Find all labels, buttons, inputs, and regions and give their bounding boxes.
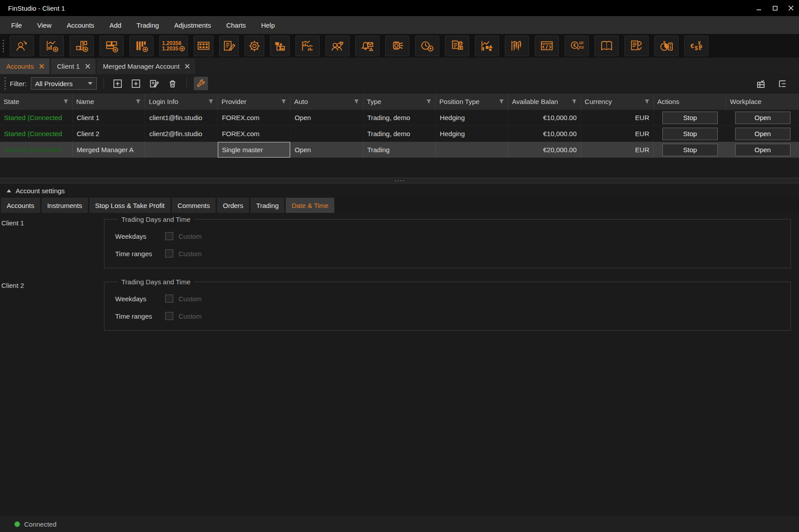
stop-button[interactable]: Stop	[662, 144, 718, 156]
cell-auto: Open	[291, 110, 363, 125]
tab-settings-trading[interactable]: Trading	[250, 198, 284, 213]
column-header-name[interactable]: Name	[73, 93, 146, 110]
alerts-icon[interactable]	[355, 36, 379, 56]
column-header-login-info[interactable]: Login Info	[145, 93, 218, 110]
title-bar: FinStudio - Client 1	[0, 0, 799, 16]
filter-funnel-icon[interactable]	[354, 99, 359, 104]
table-row-merged-manager-account[interactable]: Started (Connected Merged Manager A Sing…	[0, 142, 799, 158]
candlestick-chart-icon[interactable]	[505, 36, 529, 56]
tab-settings-instruments[interactable]: Instruments	[42, 198, 88, 213]
tab-settings-orders[interactable]: Orders	[217, 198, 249, 213]
algo-chip-icon[interactable]	[385, 36, 409, 56]
delete-account-icon[interactable]	[166, 77, 180, 90]
filter-funnel-icon[interactable]	[281, 99, 287, 104]
tab-merged-manager-account-close-icon[interactable]	[185, 64, 190, 69]
filter-toolbar-grip[interactable]	[4, 77, 6, 90]
column-header-workplace[interactable]: Workplace	[726, 93, 799, 110]
tab-settings-stop-loss-take-profit[interactable]: Stop Loss & Take Profit	[89, 198, 171, 213]
notes-edit-icon[interactable]	[219, 36, 239, 56]
journal-book-icon[interactable]	[595, 36, 619, 56]
table-row-client-2[interactable]: Started (Connected Client 2 client2@fin.…	[0, 126, 799, 142]
add-columns-icon[interactable]	[129, 36, 154, 56]
column-header-available-balance[interactable]: Available Balan	[508, 93, 581, 110]
portfolio-shapes-icon[interactable]	[475, 36, 499, 56]
stop-button[interactable]: Stop	[662, 128, 718, 140]
toolbar-grip[interactable]	[3, 40, 4, 52]
tab-merged-manager-account[interactable]: Merged Manager Account	[97, 58, 196, 74]
open-workplace-button[interactable]: Open	[735, 144, 791, 156]
cell-position-type: Hedging	[436, 126, 508, 141]
add-account-icon[interactable]	[111, 77, 125, 90]
timer-info-icon[interactable]	[654, 36, 678, 56]
menu-help[interactable]: Help	[254, 16, 283, 34]
edit-account-icon[interactable]	[147, 77, 162, 90]
add-workspace-icon[interactable]	[100, 36, 124, 56]
tab-client-1[interactable]: Client 1	[51, 58, 96, 74]
org-structure-icon[interactable]	[270, 36, 290, 56]
manage-columns-icon[interactable]	[753, 77, 768, 90]
settings-gear-icon[interactable]	[245, 36, 264, 56]
provider-filter-select[interactable]: All Providers	[31, 77, 97, 90]
column-header-currency[interactable]: Currency	[581, 93, 654, 110]
collapse-arrow-icon[interactable]	[7, 189, 11, 192]
trading-days-groupbox: Trading Days and Time Weekdays Custom Ti…	[104, 278, 791, 331]
column-header-actions[interactable]: Actions	[654, 93, 727, 110]
wrench-icon[interactable]	[194, 77, 208, 90]
time-ranges-custom-checkbox[interactable]	[165, 249, 173, 258]
search-currency-icon[interactable]: €101010	[565, 36, 589, 56]
menu-trading[interactable]: Trading	[129, 16, 166, 34]
column-header-state[interactable]: State	[0, 93, 73, 110]
time-ranges-custom-checkbox[interactable]	[165, 312, 173, 320]
currency-converter-icon[interactable]: €$¥£	[684, 36, 708, 56]
menu-adjustments[interactable]: Adjustments	[166, 16, 219, 34]
column-header-position-type[interactable]: Position Type	[436, 93, 508, 110]
open-workplace-button[interactable]: Open	[735, 128, 791, 140]
stop-button[interactable]: Stop	[662, 112, 718, 124]
menu-accounts[interactable]: Accounts	[59, 16, 102, 34]
minimize-button[interactable]	[751, 0, 767, 16]
filter-funnel-icon[interactable]	[426, 99, 432, 104]
tab-accounts-close-icon[interactable]	[39, 64, 44, 69]
group-panel-icon[interactable]	[775, 77, 789, 90]
filter-funnel-icon[interactable]	[571, 99, 577, 104]
market-charts-icon[interactable]	[295, 36, 320, 56]
tab-accounts-label: Accounts	[6, 62, 34, 70]
filter-funnel-icon[interactable]	[644, 99, 650, 104]
add-chart-icon[interactable]	[40, 36, 64, 56]
filter-funnel-icon[interactable]	[208, 99, 214, 104]
tasks-gear-icon[interactable]	[624, 36, 649, 56]
column-header-type[interactable]: Type	[363, 93, 436, 110]
accounts-group-icon[interactable]	[325, 36, 350, 56]
column-header-provider[interactable]: Provider	[218, 93, 291, 110]
menu-charts[interactable]: Charts	[219, 16, 254, 34]
tab-settings-comments[interactable]: Comments	[172, 198, 216, 213]
maximize-button[interactable]	[767, 0, 783, 16]
code-editor-icon[interactable]	[535, 36, 559, 56]
invoice-money-icon[interactable]	[445, 36, 469, 56]
add-panel-icon[interactable]	[70, 36, 94, 56]
table-grid-icon[interactable]	[194, 36, 213, 56]
column-header-auto[interactable]: Auto	[291, 93, 363, 110]
scheduler-icon[interactable]	[415, 36, 439, 56]
menu-file[interactable]: File	[4, 16, 29, 34]
weekdays-custom-checkbox[interactable]	[165, 232, 173, 240]
tab-accounts[interactable]: Accounts	[0, 58, 50, 74]
tab-settings-accounts[interactable]: Accounts	[1, 198, 40, 213]
filter-funnel-icon[interactable]	[499, 99, 504, 104]
filter-funnel-icon[interactable]	[135, 99, 141, 104]
table-row-client-1[interactable]: Started (Connected Client 1 client1@fin.…	[0, 110, 799, 126]
tab-client-1-close-icon[interactable]	[85, 64, 90, 69]
filter-funnel-icon[interactable]	[63, 99, 69, 104]
cell-provider-focused[interactable]: Single master	[218, 142, 291, 158]
open-workplace-button[interactable]: Open	[735, 112, 791, 124]
add-merged-account-icon[interactable]	[129, 77, 143, 90]
menu-add[interactable]: Add	[102, 16, 129, 34]
close-button[interactable]	[783, 0, 799, 16]
weekdays-custom-checkbox[interactable]	[165, 295, 173, 303]
tab-settings-date-time[interactable]: Date & Time	[286, 198, 334, 213]
add-quote-board-icon[interactable]: 1.20356 1.2035	[159, 36, 188, 56]
panel-splitter[interactable]	[0, 178, 799, 183]
accounts-user-icon[interactable]	[10, 36, 34, 56]
menu-view[interactable]: View	[29, 16, 59, 34]
account-settings-header[interactable]: Account settings	[0, 183, 799, 198]
